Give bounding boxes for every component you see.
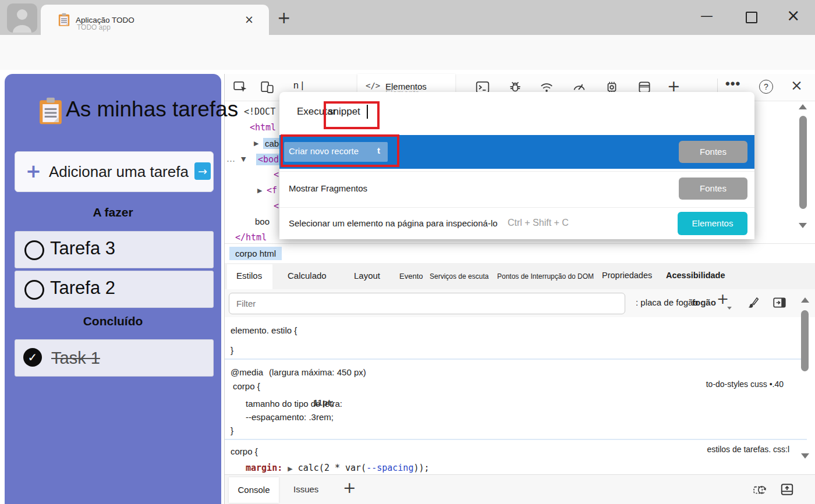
styles-filter-input[interactable] (229, 293, 625, 314)
styles-tab-bar: Estilos Calculado Layout Evento Serviços… (225, 263, 815, 290)
task-done-label: Task 1 (51, 349, 100, 368)
drawer-restore-icon[interactable] (752, 482, 769, 497)
device-emulation-icon[interactable] (260, 80, 275, 95)
screenshot-root: { "glyphs": { "plus": "+", "close": "×",… (0, 0, 815, 504)
tab-styles[interactable]: Estilos (236, 271, 262, 281)
new-style-rule-icon[interactable]: + (717, 290, 729, 307)
rule-close-brace: } (231, 425, 233, 435)
devtools-menu-icon[interactable]: ••• (725, 76, 740, 91)
profile-avatar[interactable] (7, 3, 37, 33)
window-maximize-icon[interactable] (746, 12, 757, 23)
dom-html-close-tag[interactable]: </html (235, 232, 267, 243)
translation-artifact-text: n | (293, 80, 304, 91)
task-label: Tarefa 3 (50, 238, 115, 259)
window-minimize-icon[interactable]: — (700, 8, 713, 23)
new-tab-icon[interactable]: + (277, 8, 290, 27)
inspect-element-icon[interactable] (233, 80, 248, 95)
help-icon[interactable]: ? (759, 80, 773, 94)
task-item[interactable]: Tarefa 3 (15, 231, 214, 268)
rule-selector[interactable]: corpo { (231, 446, 258, 456)
drawer-tab-console[interactable]: Console (229, 477, 279, 503)
code-brackets-icon: </> (366, 81, 380, 90)
pseudo-class-overlay-text: fogão (692, 297, 716, 307)
app-title: As minhas tarefas (66, 97, 238, 122)
dom-breadcrumb-bar: corpo html (225, 243, 815, 264)
css-var-name: --spacing (366, 463, 413, 473)
paintbrush-icon[interactable] (745, 295, 760, 310)
rule-source-link[interactable]: estilos de tarefas. css:l (707, 445, 789, 454)
palette-item-show-snippets[interactable]: Mostrar Fragmentos Fontes (279, 171, 754, 205)
palette-item-label: Mostrar Fragmentos (289, 183, 367, 193)
task-checkbox[interactable] (24, 240, 44, 260)
panel-badge-elements: Elementos (678, 212, 747, 235)
add-task-submit-button[interactable]: → (194, 162, 211, 180)
browser-tab[interactable]: Aplicação TODO TODO app × (41, 5, 269, 35)
todo-clipboard-icon (38, 97, 63, 125)
tab-accessibility[interactable]: Acessibilidade (666, 271, 725, 280)
dom-overflow-icon[interactable]: … (226, 154, 235, 164)
window-close-icon[interactable]: × (786, 6, 800, 25)
breadcrumb[interactable]: corpo html (229, 247, 282, 260)
css-property[interactable]: --espaçamento: .3rem; (246, 412, 334, 422)
dom-form-tag[interactable]: <f (267, 185, 277, 196)
task-item-done[interactable]: ✓ Task 1 (15, 339, 214, 377)
css-prop-value: calc(2 * var( (298, 463, 366, 473)
dom-body-tag-selected[interactable]: <bod (256, 154, 281, 165)
tab-computed[interactable]: Calculado (288, 271, 327, 281)
devtools-drawer: Console Issues + (225, 474, 815, 504)
rule-selector[interactable]: elemento. estilo { (231, 325, 297, 335)
dom-text-node[interactable]: boo (255, 216, 270, 226)
add-task-field[interactable]: + Adicionar uma tarefa → (15, 151, 214, 192)
tab-layout[interactable]: Layout (354, 271, 380, 281)
css-declaration[interactable]: margin: ▶ calc(2 * var(--spacing)); (246, 463, 430, 473)
rule-close-brace: } (231, 345, 233, 355)
styles-rules-pane: elemento. estilo { } @media (largura máx… (225, 317, 807, 474)
scroll-down-arrow[interactable] (799, 223, 807, 228)
panel-badge-sources: Fontes (679, 141, 747, 163)
drawer-expand-icon[interactable] (779, 482, 795, 497)
add-plus-icon: + (26, 160, 41, 182)
dom-doctype[interactable]: <!DOCT (244, 107, 275, 117)
task-item[interactable]: Tarefa 2 (15, 271, 214, 308)
drawer-add-tab-icon[interactable]: + (343, 478, 356, 496)
rule-source-link[interactable]: to-do-styles cuss •.40 (706, 379, 784, 389)
css-prop-name: margin: (246, 463, 282, 473)
devtools-close-icon[interactable]: × (791, 77, 803, 94)
tab-event[interactable]: Evento (399, 272, 423, 281)
scrollbar-thumb[interactable] (801, 310, 809, 371)
styles-filter-row: : placa de fogão fogão + (225, 289, 815, 317)
scroll-down-arrow[interactable] (801, 453, 809, 459)
tab-event-listeners[interactable]: Serviços de escuta (430, 272, 488, 281)
scroll-up-arrow[interactable] (799, 104, 807, 109)
media-at-rule[interactable]: @media (231, 367, 263, 377)
tab-close-icon[interactable]: × (245, 13, 254, 26)
tab-dom-breakpoints[interactable]: Pontos de Interrupção do DOM (497, 272, 594, 281)
tab-properties[interactable]: Propriedades (602, 271, 652, 280)
annotation-box-create-snippet (281, 134, 399, 167)
todo-section-heading: A fazer (5, 205, 221, 219)
browser-nav-bar: ← https://microsoftedge.github.io/Demos/… (0, 35, 815, 70)
scrollbar-thumb[interactable] (799, 116, 807, 209)
scroll-up-arrow[interactable] (801, 297, 809, 303)
css-prop-value-end: )); (413, 463, 429, 473)
pseudo-class-toggle[interactable]: : placa de fogão (636, 297, 698, 307)
task-done-check-icon[interactable]: ✓ (23, 348, 42, 367)
drawer-tab-issues[interactable]: Issues (293, 484, 318, 494)
media-query: (largura máxima: 450 px) (269, 367, 366, 377)
rule-selector[interactable]: corpo { (233, 381, 260, 391)
value-expand-icon[interactable]: ▶ (288, 465, 292, 473)
tree-collapse-icon[interactable]: ▼ (241, 155, 246, 163)
dom-html-tag[interactable]: <html (250, 122, 276, 133)
todo-app-panel: As minhas tarefas + Adicionar uma tarefa… (5, 74, 221, 504)
task-label: Tarefa 2 (50, 278, 115, 299)
toggle-sidebar-icon[interactable] (772, 295, 787, 310)
done-section-heading: Concluído (5, 314, 221, 328)
task-checkbox[interactable] (24, 280, 44, 300)
palette-item-label: Selecionar um elemento na página para in… (289, 218, 498, 228)
palette-item-inspect-element[interactable]: Selecionar um elemento na página para in… (279, 207, 754, 239)
annotation-box-snippet (324, 101, 380, 129)
panel-badge-sources: Fontes (679, 178, 747, 200)
tree-expand-icon[interactable]: ▶ (257, 187, 262, 194)
tree-expand-icon[interactable]: ▶ (254, 140, 258, 147)
new-style-rule-caret-icon (727, 307, 732, 310)
